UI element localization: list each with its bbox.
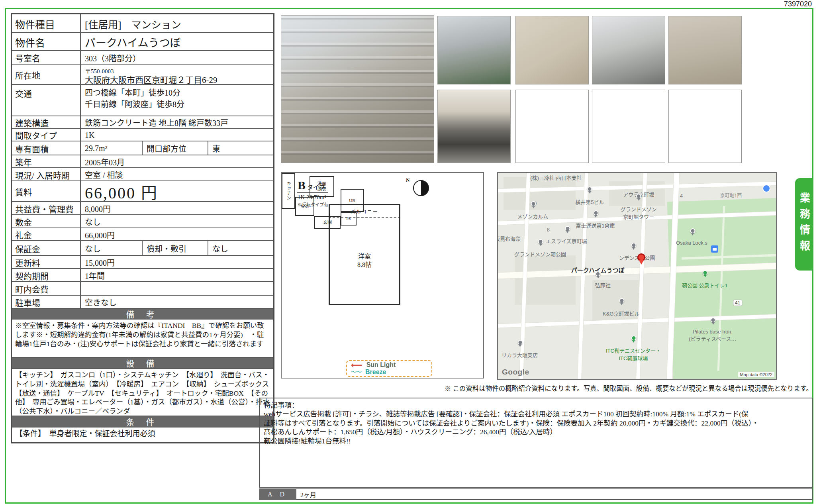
map-label: 阪昆布海藻 (497, 235, 521, 242)
special-notes-lines: webサービス広告掲載 [許可]・チラシ、雑誌等掲載広告 [要確認]・保証会社：… (264, 410, 808, 445)
map-pin (636, 194, 641, 201)
sunlight-breeze-badge: ⟵ Sun Light 〜〜 Breeze (346, 360, 432, 377)
map-pin (690, 228, 695, 235)
photo-placeholder-empty (515, 90, 589, 163)
amortization-label: 償却・敷引 (143, 241, 208, 255)
photo-placeholder-empty (592, 90, 665, 163)
disclaimer-note: ※ この資料は物件の概略紹介資料になります。写真、間取図面、設備、概要などが現況… (343, 383, 813, 393)
row-value: 8,000円 (81, 202, 273, 214)
map-poi-icon (762, 184, 770, 192)
map-building-block (504, 177, 576, 210)
map-label: 41 (733, 300, 742, 306)
table-row-deposit: 敷金 なし (12, 214, 273, 227)
map-label: 靭公園 公衆トイレ1 (682, 281, 728, 289)
map-pin (619, 298, 624, 305)
business-info-tab-label: 業務情報 (797, 192, 811, 256)
row-value: 66,000円 (81, 228, 273, 240)
floorplan-unit-bath: UB (341, 189, 364, 212)
google-logo: Google (502, 368, 529, 377)
opening-direction-label: 開口部方位 (143, 141, 208, 155)
equipment-header: 設 備 (12, 357, 273, 368)
map-pin (631, 243, 636, 250)
row-value (81, 282, 273, 295)
row-value: 15,000円 (81, 256, 273, 268)
compass-north-label: N (406, 177, 410, 183)
remarks-text: ※空室情報・募集条件・案内方法等の確認は『ITANDI BB』で確認をお願い致し… (12, 319, 273, 357)
table-row-town-fee: 町内会費 (12, 281, 273, 295)
table-row-area: 専有面積 29.7m² 開口部方位 東 (12, 141, 273, 155)
floorplan-main-room: 洋室 8.8帖 (329, 218, 400, 305)
ad-label: A D (259, 488, 296, 500)
photo-street-view (592, 16, 665, 84)
google-map[interactable]: (株)三冷社 西日本支社アウラ京町堀4京町堀1西9横井第5ビルグランドメゾン 京… (497, 172, 777, 380)
photo-placeholder-empty (668, 90, 742, 163)
map-label: エスライズ京町堀 (546, 237, 587, 245)
ad-value: 2ヶ月 (296, 488, 813, 500)
sunlight-label: Sun Light (366, 361, 396, 369)
map-label: グランドメゾン靭公園 (514, 250, 566, 258)
property-spec-table: 物件種目 [住居用] マンション 物件名 パークハイムうつぼ 号室名 303（3… (11, 13, 274, 443)
photo-name-plaque (515, 16, 589, 84)
breeze-label: Breeze (365, 369, 386, 376)
photo-entrance-door (668, 16, 742, 84)
floorplan-entrance: 玄関 (314, 216, 341, 229)
row-label: 町内会費 (12, 282, 81, 295)
map-label: メゾンカルム (517, 212, 548, 220)
row-label: 保証金 (12, 241, 81, 255)
photo-entrance-hall (437, 90, 511, 163)
table-row-mgmt-fee: 共益費・管理費 8,000円 (12, 201, 273, 214)
business-info-tab[interactable]: 業務情報 (795, 178, 813, 271)
table-row-parking: 駐車場 空きなし (12, 295, 273, 308)
remarks-header: 備 考 (12, 308, 273, 319)
map-label: 8 (547, 227, 550, 233)
table-row-property-name: 物件名 パークハイムうつぼ (12, 32, 273, 50)
map-label: ンデンス靭公園 (619, 254, 655, 261)
transport-line-2: 千日前線「阿波座」徒歩8分 (85, 100, 184, 109)
row-label: 現況/ 入居時期 (12, 168, 81, 180)
row-label: 駐車場 (12, 296, 81, 308)
map-pin (538, 239, 543, 246)
photo-building-exterior (281, 15, 434, 163)
conditions-header: 条 件 (12, 416, 273, 427)
row-label: 所在地 (12, 65, 81, 84)
row-label: 専有面積 (12, 141, 81, 155)
row-value: 空室 / 相談 (81, 168, 273, 180)
row-label: 更新料 (12, 256, 81, 268)
map-label: (株)三冷社 西日本支社 (530, 174, 582, 181)
floorplan-type-letter: B (298, 178, 306, 192)
row-value: [住居用] マンション (81, 14, 273, 32)
row-label: 間取タイプ (12, 129, 81, 141)
table-row-guarantee: 保証金 なし 償却・敷引 なし (12, 240, 273, 255)
transit-station-icon (711, 245, 718, 253)
map-pin (593, 210, 598, 218)
reference-number: 7397020 (784, 0, 812, 8)
floorplan-panel: B タイプ 1K 29.70m² ※反転タイプ有 N バルコニー 洋室 8.8帖… (281, 172, 484, 378)
table-row-rent: 賃料 66,000 円 (12, 180, 273, 201)
map-label: リカラ大阪支店 (502, 351, 538, 359)
floorplan-washroom: 洗面 脱衣 (310, 176, 334, 197)
map-pin (531, 201, 536, 208)
special-notes-line: 髙松あんしんサポート：1,650円（税込/月額）・ハウスクリーニング：26,40… (264, 428, 808, 436)
table-row-transport: 交通 四つ橋線「本町」徒歩10分 千日前線「阿波座」徒歩8分 (12, 84, 273, 116)
row-label: 賃料 (12, 181, 81, 201)
row-label: 交通 (12, 85, 81, 116)
floorplan-pipe-space: PS (341, 212, 357, 226)
property-location-pin (637, 253, 645, 265)
special-notes-line: 証料等はすべて引落となります。引落開始については保証会社よりご案内いたします)・… (264, 419, 808, 428)
map-label: グランドメゾン 京町堀タワー (621, 205, 657, 220)
special-notes-title: 特記事項： (264, 401, 808, 410)
table-row-key-money: 礼金 66,000円 (12, 227, 273, 240)
address-line: 大阪府大阪市西区京町堀２丁目6-29 (85, 75, 217, 85)
room-label: 洋室 8.8帖 (330, 253, 399, 269)
row-value: 2005年03月 (81, 155, 273, 167)
floorplan-balcony: バルコニー (329, 204, 400, 218)
sunlight-arrow-icon: ⟵ (351, 362, 362, 368)
row-value: 303（3階部分） (81, 51, 273, 64)
table-row-property-type: 物件種目 [住居用] マンション (12, 14, 273, 32)
transport-value: 四つ橋線「本町」徒歩10分 千日前線「阿波座」徒歩8分 (81, 85, 273, 116)
map-label: 弘豚社 (595, 281, 611, 289)
table-row-renewal-fee: 更新料 15,000円 (12, 255, 273, 268)
conditions-text: 【条件】 単身者限定・保証会社利用必須 (12, 427, 273, 442)
row-value: 空きなし (81, 296, 273, 308)
postal-code: 〒550-0003 (85, 68, 114, 75)
